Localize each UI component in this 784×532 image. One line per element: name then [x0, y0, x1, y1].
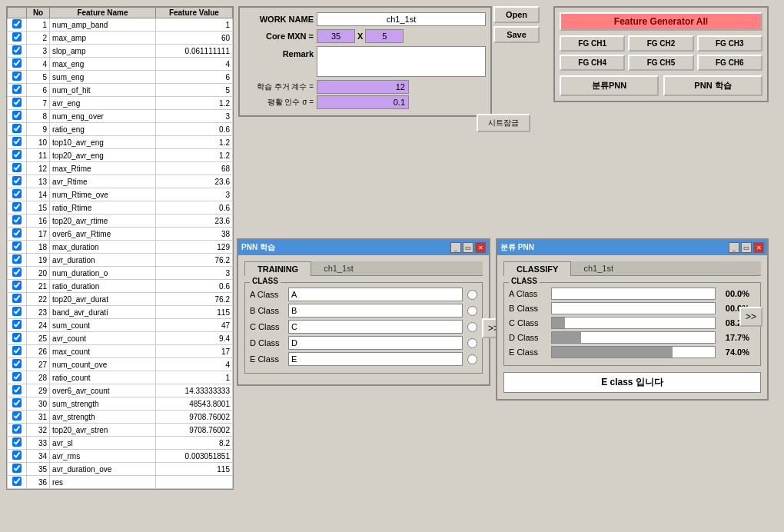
row-check[interactable]	[8, 214, 27, 228]
classify-minimize-btn[interactable]: _	[729, 242, 739, 253]
classify-tab[interactable]: CLASSIFY	[503, 261, 571, 276]
row-check[interactable]	[8, 306, 27, 319]
row-feature-name: avr_Rtime	[50, 175, 156, 188]
class-radio[interactable]	[467, 338, 477, 348]
class-input[interactable]	[288, 304, 463, 318]
row-check[interactable]	[8, 201, 27, 214]
row-check[interactable]	[8, 84, 27, 97]
training-tab[interactable]: TRAINING	[244, 261, 311, 276]
row-feature-value: 0.6	[155, 123, 232, 136]
table-row: 25 avr_count 9.4	[8, 332, 233, 345]
classify-restore-btn[interactable]: ▭	[741, 242, 752, 253]
row-feature-value: 1	[155, 18, 232, 32]
col-no: No	[27, 8, 50, 18]
table-row: 20 num_duration_o 3	[8, 267, 233, 280]
classify-pnn-button[interactable]: 분류PNN	[560, 75, 659, 96]
row-check[interactable]	[8, 371, 27, 384]
param1-label: 학습 주거 계수 =	[244, 81, 314, 92]
fg-channel-button[interactable]: FG CH3	[697, 35, 762, 52]
row-check[interactable]	[8, 437, 27, 450]
table-row: 12 max_Rtime 68	[8, 162, 233, 175]
classify-pct: 74.0%	[719, 347, 749, 357]
row-check[interactable]	[8, 345, 27, 358]
row-check[interactable]	[8, 241, 27, 254]
row-check[interactable]	[8, 175, 27, 188]
class-radio[interactable]	[467, 306, 477, 316]
row-check[interactable]	[8, 110, 27, 123]
save-button[interactable]: Save	[493, 26, 540, 43]
row-feature-value: 1.2	[155, 149, 232, 162]
row-check[interactable]	[8, 424, 27, 437]
classify-class-row: E Class 74.0%	[509, 346, 749, 358]
classify-close-btn[interactable]: ✕	[753, 242, 764, 253]
row-no: 1	[27, 18, 50, 32]
training-close-btn[interactable]: ✕	[475, 242, 486, 253]
table-row: 15 ratio_Rtime 0.6	[8, 201, 233, 214]
row-check[interactable]	[8, 319, 27, 332]
classify-class-row: C Class 08.2%	[509, 317, 749, 329]
fg-channel-button[interactable]: FG CH6	[697, 55, 762, 71]
row-check[interactable]	[8, 71, 27, 84]
core-label: Core MXN =	[244, 32, 314, 41]
row-check[interactable]	[8, 332, 27, 345]
training-minimize-btn[interactable]: _	[450, 242, 461, 253]
row-check[interactable]	[8, 123, 27, 136]
row-check[interactable]	[8, 476, 27, 489]
row-check[interactable]	[8, 397, 27, 411]
remark-value[interactable]	[317, 46, 486, 77]
row-no: 16	[27, 214, 50, 228]
training-restore-btn[interactable]: ▭	[463, 242, 473, 253]
row-no: 23	[27, 306, 50, 319]
row-check[interactable]	[8, 358, 27, 371]
class-radio[interactable]	[467, 354, 477, 364]
row-check[interactable]	[8, 32, 27, 45]
row-check[interactable]	[8, 293, 27, 306]
row-check[interactable]	[8, 45, 27, 58]
seed-button[interactable]: 시트잠금	[477, 114, 530, 132]
class-input[interactable]	[288, 320, 463, 334]
class-input[interactable]	[288, 352, 463, 366]
row-check[interactable]	[8, 136, 27, 149]
row-no: 5	[27, 71, 50, 84]
row-check[interactable]	[8, 228, 27, 241]
class-label: A Class	[250, 290, 288, 299]
classify-bar-container	[551, 317, 716, 329]
row-check[interactable]	[8, 162, 27, 175]
class-input[interactable]	[288, 288, 463, 301]
fg-channel-button[interactable]: FG CH5	[628, 55, 693, 71]
row-check[interactable]	[8, 149, 27, 162]
row-check[interactable]	[8, 18, 27, 32]
row-feature-name: slop_amp	[50, 45, 156, 58]
row-no: 15	[27, 201, 50, 214]
row-check[interactable]	[8, 463, 27, 476]
row-check[interactable]	[8, 58, 27, 71]
classify-arrow-button[interactable]: >>	[739, 307, 762, 327]
training-window-controls: _ ▭ ✕	[450, 242, 486, 253]
core-val2: 5	[365, 29, 404, 43]
row-check[interactable]	[8, 267, 27, 280]
row-check[interactable]	[8, 450, 27, 463]
classify-class-label: E Class	[509, 347, 551, 357]
fg-channel-button[interactable]: FG CH4	[560, 55, 625, 71]
row-check[interactable]	[8, 384, 27, 397]
row-check[interactable]	[8, 188, 27, 201]
row-check[interactable]	[8, 411, 27, 424]
classify-class-label: A Class	[509, 289, 551, 298]
table-row: 9 ratio_eng 0.6	[8, 123, 233, 136]
fg-channel-button[interactable]: FG CH2	[628, 35, 693, 52]
fg-all-button[interactable]: Feature Generator All	[560, 12, 762, 31]
row-no: 3	[27, 45, 50, 58]
row-feature-name: ratio_eng	[50, 123, 156, 136]
class-input[interactable]	[288, 336, 463, 350]
class-radio[interactable]	[467, 322, 477, 332]
fg-channel-button[interactable]: FG CH1	[560, 35, 625, 52]
row-feature-value: 9708.76002	[155, 424, 232, 437]
open-button[interactable]: Open	[493, 6, 540, 23]
row-check[interactable]	[8, 97, 27, 110]
pnn-learn-button[interactable]: PNN 학습	[663, 75, 762, 96]
class-radio[interactable]	[467, 290, 477, 300]
row-feature-value: 0.6	[155, 201, 232, 214]
row-check[interactable]	[8, 280, 27, 293]
row-check[interactable]	[8, 254, 27, 267]
row-feature-value: 1.2	[155, 136, 232, 149]
